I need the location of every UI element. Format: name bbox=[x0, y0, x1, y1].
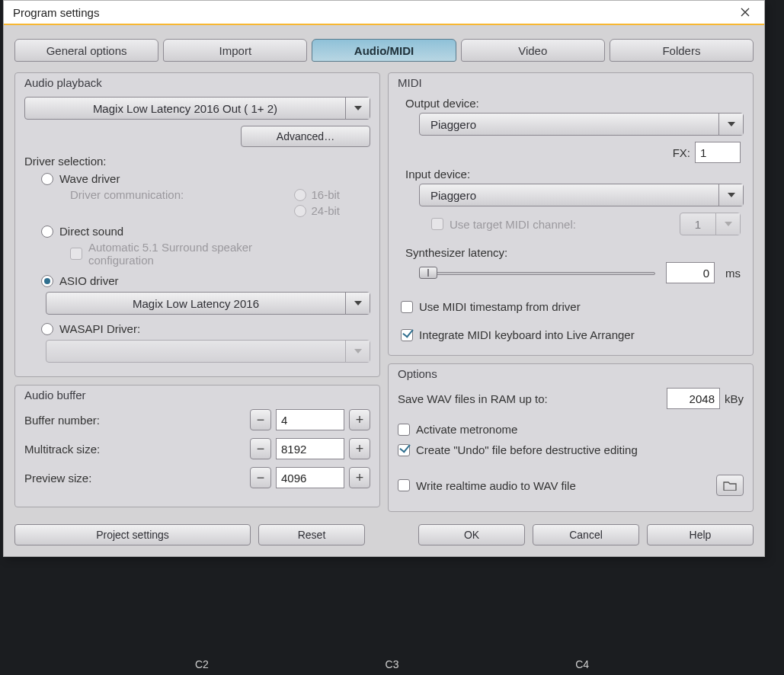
close-button[interactable] bbox=[729, 2, 761, 23]
key-c2-label: C2 bbox=[195, 658, 209, 670]
window-title: Program settings bbox=[13, 6, 99, 19]
midi-input-label: Input device: bbox=[405, 168, 744, 181]
synth-latency-unit: ms bbox=[725, 267, 741, 280]
save-wav-unit: kBy bbox=[725, 392, 744, 405]
integrate-check[interactable] bbox=[401, 329, 413, 341]
fx-label: FX: bbox=[673, 146, 690, 159]
browse-folder-button[interactable] bbox=[716, 475, 744, 496]
key-c3-label: C3 bbox=[386, 658, 399, 670]
realtime-check[interactable] bbox=[398, 479, 410, 491]
undo-check[interactable] bbox=[398, 444, 410, 456]
asio-driver-radio[interactable] bbox=[41, 275, 53, 287]
left-column: Audio playback Magix Low Latency 2016 Ou… bbox=[14, 72, 380, 512]
synth-latency-slider[interactable] bbox=[419, 265, 655, 280]
tab-video[interactable]: Video bbox=[461, 39, 605, 62]
dialog-body: General options Import Audio/MIDI Video … bbox=[4, 25, 764, 556]
multitrack-label: Multitrack size: bbox=[24, 443, 100, 456]
asio-driver-label: ASIO driver bbox=[59, 274, 119, 287]
fx-input[interactable] bbox=[695, 142, 741, 163]
tabs: General options Import Audio/MIDI Video … bbox=[14, 39, 754, 62]
synth-latency-input[interactable] bbox=[666, 262, 715, 283]
midi-title: MIDI bbox=[398, 76, 744, 89]
driver-comm-label: Driver communication: bbox=[70, 188, 184, 201]
save-wav-input[interactable] bbox=[667, 388, 720, 409]
multitrack-plus[interactable]: + bbox=[349, 438, 370, 459]
advanced-button[interactable]: Advanced… bbox=[241, 126, 370, 147]
auto51-label: Automatic 5.1 Surround speaker configura… bbox=[88, 241, 302, 267]
audio-buffer-title: Audio buffer bbox=[24, 389, 370, 401]
bit16-label: 16-bit bbox=[311, 188, 340, 201]
direct-sound-label: Direct sound bbox=[59, 225, 123, 238]
audio-playback-group: Audio playback Magix Low Latency 2016 Ou… bbox=[14, 72, 380, 377]
folder-icon bbox=[723, 480, 737, 491]
titlebar: Program settings bbox=[4, 1, 764, 25]
bit24-label: 24-bit bbox=[311, 204, 340, 217]
midi-output-value: Piaggero bbox=[420, 118, 718, 131]
realtime-label: Write realtime audio to WAV file bbox=[416, 479, 576, 492]
auto51-check bbox=[70, 248, 82, 260]
settings-dialog: Program settings General options Import … bbox=[3, 0, 765, 557]
preview-input[interactable] bbox=[276, 467, 344, 488]
wasapi-label: WASAPI Driver: bbox=[59, 322, 140, 335]
ok-button[interactable]: OK bbox=[418, 524, 525, 545]
metronome-check[interactable] bbox=[398, 424, 410, 436]
wave-driver-radio[interactable] bbox=[41, 173, 53, 185]
use-timestamp-check[interactable] bbox=[401, 301, 413, 313]
chevron-down-icon bbox=[345, 98, 370, 119]
midi-input-combo[interactable]: Piaggero bbox=[419, 184, 744, 206]
bit24-radio bbox=[294, 205, 306, 217]
target-channel-value: 1 bbox=[680, 218, 715, 231]
chevron-down-icon bbox=[345, 341, 370, 362]
audio-playback-title: Audio playback bbox=[24, 76, 370, 89]
tab-audio-midi[interactable]: Audio/MIDI bbox=[312, 39, 456, 62]
playback-device-combo[interactable]: Magix Low Latency 2016 Out ( 1+ 2) bbox=[24, 97, 370, 120]
undo-label: Create "Undo" file before destructive ed… bbox=[416, 443, 638, 456]
target-channel-combo: 1 bbox=[680, 213, 741, 235]
preview-minus[interactable]: − bbox=[250, 467, 271, 488]
multitrack-input[interactable] bbox=[276, 438, 344, 459]
metronome-label: Activate metronome bbox=[416, 423, 517, 436]
direct-sound-row[interactable]: Direct sound bbox=[24, 225, 370, 238]
wave-driver-row[interactable]: Wave driver bbox=[24, 172, 370, 185]
buffer-number-input[interactable] bbox=[276, 409, 344, 430]
tab-folders[interactable]: Folders bbox=[610, 39, 754, 62]
use-timestamp-label: Use MIDI timestamp from driver bbox=[419, 300, 581, 313]
right-column: MIDI Output device: Piaggero FX: Input d… bbox=[388, 72, 754, 512]
dialog-button-bar: Project settings Reset OK Cancel Help bbox=[14, 524, 754, 545]
integrate-label: Integrate MIDI keyboard into Live Arrang… bbox=[419, 328, 635, 341]
asio-driver-row[interactable]: ASIO driver bbox=[24, 274, 370, 287]
chevron-down-icon bbox=[715, 213, 740, 235]
key-c4-label: C4 bbox=[575, 658, 589, 670]
reset-button[interactable]: Reset bbox=[258, 524, 365, 545]
wasapi-device-combo bbox=[46, 340, 370, 363]
preview-label: Preview size: bbox=[24, 472, 91, 485]
multitrack-minus[interactable]: − bbox=[250, 438, 271, 459]
preview-plus[interactable]: + bbox=[349, 467, 370, 488]
chevron-down-icon bbox=[345, 293, 370, 314]
options-title: Options bbox=[398, 367, 744, 380]
bit16-radio bbox=[294, 189, 306, 201]
project-settings-button[interactable]: Project settings bbox=[14, 524, 251, 545]
options-group: Options Save WAV files in RAM up to: kBy… bbox=[388, 363, 754, 512]
tab-general-options[interactable]: General options bbox=[14, 39, 158, 62]
tab-import[interactable]: Import bbox=[163, 39, 307, 62]
audio-buffer-group: Audio buffer Buffer number: − + Multitra… bbox=[14, 385, 380, 507]
close-icon bbox=[741, 8, 750, 17]
playback-device-value: Magix Low Latency 2016 Out ( 1+ 2) bbox=[25, 102, 345, 115]
buffer-number-plus[interactable]: + bbox=[349, 409, 370, 430]
wasapi-row[interactable]: WASAPI Driver: bbox=[24, 322, 370, 335]
piano-key-labels: C2 C3 C4 bbox=[0, 658, 784, 670]
synth-latency-label: Synthesizer latency: bbox=[405, 246, 744, 259]
midi-input-value: Piaggero bbox=[420, 189, 718, 202]
use-target-check bbox=[431, 218, 443, 230]
wave-driver-label: Wave driver bbox=[59, 172, 120, 185]
buffer-number-minus[interactable]: − bbox=[250, 409, 271, 430]
help-button[interactable]: Help bbox=[647, 524, 754, 545]
cancel-button[interactable]: Cancel bbox=[533, 524, 639, 545]
asio-device-combo[interactable]: Magix Low Latency 2016 bbox=[46, 292, 370, 315]
midi-output-combo[interactable]: Piaggero bbox=[419, 113, 744, 136]
buffer-number-label: Buffer number: bbox=[24, 414, 100, 427]
wasapi-radio[interactable] bbox=[41, 323, 53, 335]
use-target-label: Use target MIDI channel: bbox=[450, 218, 576, 231]
direct-sound-radio[interactable] bbox=[41, 226, 53, 238]
